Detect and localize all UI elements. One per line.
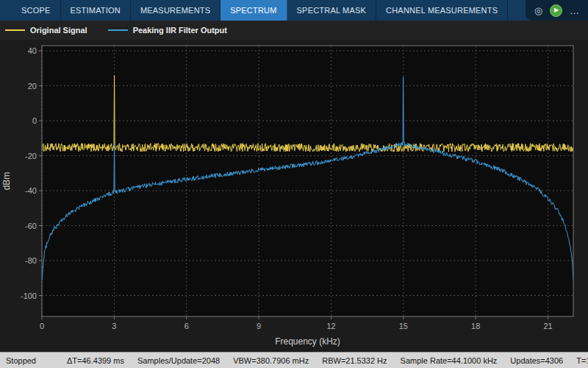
svg-text:-100: -100: [21, 291, 37, 300]
status-vbw: VBW=380.7906 mHz: [233, 356, 309, 365]
svg-text:-60: -60: [25, 222, 37, 230]
legend-label-peaking-iir-filter-output: Peaking IIR Filter Output: [133, 26, 227, 35]
status-bar: Stopped ΔT=46.4399 ms Samples/Update=204…: [0, 352, 588, 368]
svg-text:6: 6: [184, 322, 189, 330]
status-delta-t: ΔT=46.4399 ms: [67, 356, 124, 365]
svg-text:21: 21: [543, 322, 552, 330]
play-icon: ▶: [554, 7, 559, 13]
more-options-button[interactable]: …: [570, 6, 579, 15]
status-state: Stopped: [6, 356, 36, 365]
status-updates: Updates=4306: [510, 356, 563, 365]
status-sample-rate: Sample Rate=44.1000 kHz: [401, 356, 498, 365]
svg-text:15: 15: [399, 322, 408, 330]
status-time: T=199.9: [576, 356, 588, 365]
svg-text:9: 9: [257, 322, 261, 330]
status-rbw: RBW=21.5332 Hz: [322, 356, 387, 365]
legend: Original Signal Peaking IIR Filter Outpu…: [0, 21, 588, 40]
tab-spectrum[interactable]: SPECTRUM: [220, 0, 287, 21]
tab-channel-measurements[interactable]: CHANNEL MEASUREMENTS: [376, 0, 508, 21]
svg-text:-40: -40: [25, 186, 37, 195]
tab-scope[interactable]: SCOPE: [12, 0, 61, 21]
legend-label-original-signal: Original Signal: [30, 26, 87, 35]
tab-spectral-mask[interactable]: SPECTRAL MASK: [287, 0, 377, 21]
plot-canvas[interactable]: 03691215182140200-20-40-60-80-100Frequen…: [0, 40, 588, 352]
tab-estimation[interactable]: ESTIMATION: [61, 0, 131, 21]
svg-text:Frequency (kHz): Frequency (kHz): [275, 336, 340, 347]
svg-text:40: 40: [28, 46, 37, 55]
status-samples-per-update: Samples/Update=2048: [137, 356, 220, 365]
spectrum-analyzer-window: SCOPE ESTIMATION MEASUREMENTS SPECTRUM S…: [0, 0, 588, 368]
svg-text:dBm: dBm: [1, 172, 12, 191]
toolstrip-tabbar: SCOPE ESTIMATION MEASUREMENTS SPECTRUM S…: [0, 0, 588, 21]
svg-text:12: 12: [326, 322, 335, 330]
svg-text:-80: -80: [25, 256, 37, 265]
legend-line-sample-blue: [108, 29, 128, 31]
toolbar-controls: ◎ ▶ …: [526, 0, 588, 21]
legend-line-sample-yellow: [5, 29, 25, 31]
legend-item-peaking-iir-filter-output[interactable]: Peaking IIR Filter Output: [108, 26, 227, 35]
tab-measurements[interactable]: MEASUREMENTS: [131, 0, 220, 21]
legend-item-original-signal[interactable]: Original Signal: [5, 26, 87, 35]
svg-text:0: 0: [32, 116, 37, 125]
svg-text:-20: -20: [25, 152, 37, 160]
dock-icon[interactable]: ◎: [534, 6, 542, 15]
spectrum-plot[interactable]: 03691215182140200-20-40-60-80-100Frequen…: [0, 40, 588, 352]
svg-text:18: 18: [471, 322, 480, 330]
run-button[interactable]: ▶: [550, 4, 562, 17]
svg-text:20: 20: [28, 82, 37, 91]
svg-text:0: 0: [40, 322, 44, 330]
svg-text:3: 3: [112, 322, 116, 330]
